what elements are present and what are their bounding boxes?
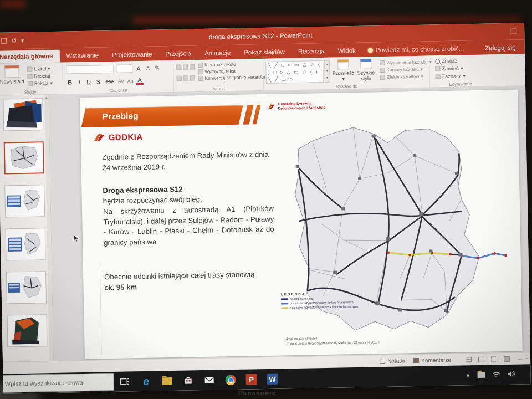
tab-review[interactable]: Recenzja [291, 45, 331, 58]
bezel-reflection [133, 17, 521, 24]
reading-view-icon[interactable] [491, 356, 497, 362]
italic-button[interactable]: I [76, 78, 83, 85]
tab-slideshow[interactable]: Pokaz slajdów [237, 45, 291, 59]
thumbnail-slide-1[interactable] [3, 98, 43, 131]
reset-icon [27, 74, 32, 79]
notes-button[interactable]: Notatki [375, 357, 409, 364]
quick-styles-button[interactable]: Szybkie style [354, 59, 378, 81]
bold-button[interactable]: B [66, 79, 74, 85]
slide-sorter-view-icon[interactable] [478, 356, 484, 362]
paragraph-existing: Obecnie odcinki istniejące całej trasy s… [104, 269, 265, 293]
sign-in-link[interactable]: Zaloguj się [476, 41, 525, 55]
tab-design[interactable]: Projektowanie [105, 48, 159, 62]
shape-fill-button[interactable]: Wypełnienie kształtu ▾ [380, 59, 432, 65]
font-size-input[interactable] [116, 64, 132, 73]
existing-km-value: 95 km [116, 283, 137, 291]
tray-chevron-icon[interactable]: ∧ [466, 372, 470, 379]
map-footnote-2: (*) drogi ujęte w Rozporządzeniu Rady Mi… [286, 340, 380, 346]
strikethrough-button[interactable]: abc [104, 78, 115, 84]
legend-swatch-unfunded [281, 307, 288, 309]
tab-animations[interactable]: Animacje [198, 47, 238, 60]
align-text-icon [198, 69, 203, 74]
text-shadow-button[interactable]: S [95, 78, 102, 85]
replace-button[interactable]: Zamień ▾ [435, 65, 466, 71]
text-direction-button[interactable]: Kierunek tekstu [198, 62, 265, 68]
mail-icon[interactable] [202, 374, 216, 387]
scroll-up-icon[interactable]: ▲ [44, 95, 48, 100]
tray-wifi-icon[interactable] [492, 370, 500, 380]
thumbnail-slide-2-selected[interactable] [4, 141, 44, 174]
slide-title: Przebieg [103, 111, 139, 121]
shrink-font-icon[interactable]: A [144, 65, 151, 71]
align-text-button[interactable]: Wyrównaj tekst [198, 68, 265, 74]
tab-transitions[interactable]: Przejścia [158, 47, 198, 60]
thumbnail-slide-6[interactable] [7, 314, 47, 347]
edge-icon[interactable]: e [139, 375, 152, 388]
map-block: Generalna Dyrekcja Dróg Krajowych i Auto… [263, 93, 520, 352]
zoom-slider[interactable] [525, 358, 528, 359]
shape-outline-button[interactable]: Kontury kształtu ▾ [380, 66, 432, 73]
section-button[interactable]: Sekcja ▾ [28, 80, 53, 86]
slideshow-icon[interactable] [504, 356, 510, 361]
powerpoint-icon[interactable]: P [244, 372, 258, 386]
slide-thumbnail-panel: ▲ [0, 95, 54, 362]
legend-swatch-existing [281, 298, 288, 300]
tray-volume-icon[interactable] [507, 370, 515, 380]
find-button[interactable]: Znajdź [435, 58, 466, 64]
shape-fill-icon [380, 60, 385, 65]
shapes-gallery-scroll[interactable]: ▲▼▾ [324, 60, 330, 83]
smartart-button[interactable]: Konwertuj na grafikę SmartArt [198, 75, 265, 81]
bullets-icon[interactable] [176, 65, 181, 70]
quick-styles-icon [360, 59, 371, 69]
banner-stripe [252, 103, 261, 124]
microsoft-store-icon[interactable] [181, 374, 195, 387]
thumbnail-slide-4[interactable] [6, 228, 46, 260]
underline-button[interactable]: U [85, 78, 93, 85]
slide-canvas[interactable]: Przebieg GDDKiA Zgodnie z Rozporządzenie… [80, 90, 523, 359]
monitor-photo: ↺ ▾ droga ekspresowa S12 - PowerPoint Na… [0, 0, 532, 399]
layout-button[interactable]: Układ ▾ [27, 66, 52, 72]
ribbon-group-paragraph: Kierunek tekstu Wyrównaj tekst Konwertuj… [173, 59, 264, 93]
font-name-input[interactable] [66, 65, 114, 74]
arrange-button[interactable]: Rozmieść ▾ [332, 59, 355, 82]
thumbnail-slide-3[interactable] [4, 185, 45, 217]
find-icon [435, 59, 440, 64]
tray-folder-icon[interactable] [477, 372, 485, 378]
indent-icon[interactable] [190, 64, 195, 69]
taskbar-search-input[interactable] [0, 373, 114, 393]
numbering-icon[interactable] [183, 64, 188, 69]
thumbnail-slide-5[interactable] [6, 271, 47, 304]
word-icon[interactable]: W [265, 372, 279, 386]
grow-font-icon[interactable]: A [135, 65, 142, 71]
reset-button[interactable]: Resetuj [27, 73, 52, 79]
shapes-gallery[interactable]: ╲ ╱ □ ○ ▭ △ ☆ ( ) □ ○ △ ▭ ☆ ( ) ╲ ╱ ▭ ○ [265, 60, 324, 84]
shape-effects-button[interactable]: Efekty kształtów ▾ [380, 73, 432, 80]
character-spacing-icon[interactable]: AV [117, 78, 125, 84]
change-case-icon[interactable]: Aa [127, 78, 134, 84]
ribbon-group-font: A A ✎ B I U S abc AV Aa A Czcionka [63, 60, 174, 95]
normal-view-icon[interactable] [466, 357, 472, 362]
chrome-icon[interactable] [223, 373, 237, 386]
map-legend: LEGENDA odcinki istniejące odcinki w prz… [281, 291, 359, 310]
gddkia-logo: GDDKiA [93, 132, 142, 142]
screen: ↺ ▾ droga ekspresowa S12 - PowerPoint Na… [0, 23, 531, 393]
comments-button[interactable]: Komentarze [409, 357, 456, 364]
file-explorer-icon[interactable] [160, 374, 173, 387]
columns-icon[interactable] [190, 75, 195, 80]
align-left-icon[interactable] [177, 76, 182, 81]
tab-view[interactable]: Widok [331, 44, 362, 58]
tab-home[interactable]: Narzędzia główne [0, 50, 60, 64]
select-icon [436, 74, 441, 79]
arrange-icon [337, 59, 349, 69]
paragraph-intro: Zgodnie z Rozporządzeniem Rady Ministrów… [102, 150, 273, 173]
align-center-icon[interactable] [183, 75, 188, 80]
ribbon-group-editing: Znajdź Zamień ▾ Zaznacz ▾ Edytowanie [429, 54, 491, 88]
select-button[interactable]: Zaznacz ▾ [436, 73, 466, 79]
tab-insert[interactable]: Wstawianie [59, 49, 105, 63]
font-color-icon[interactable]: A [136, 76, 144, 85]
slide-divider-line [100, 263, 102, 355]
zoom-out-icon[interactable]: — [518, 355, 523, 361]
clear-formatting-icon[interactable]: ✎ [154, 64, 161, 71]
new-slide-button[interactable]: Nowy slajd [0, 65, 24, 85]
task-view-icon[interactable] [118, 375, 131, 388]
